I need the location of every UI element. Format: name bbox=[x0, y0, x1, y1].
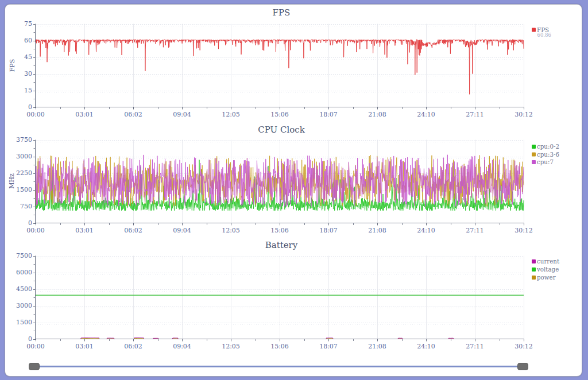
y-tick-label: 3000 bbox=[16, 302, 32, 309]
y-tick-label: 7500 bbox=[16, 252, 32, 259]
legend-layer: currentvoltagepower bbox=[532, 258, 560, 281]
x-tick-label: 09:04 bbox=[173, 343, 191, 350]
axis-layer: 0153045607500:0003:0106:0209:0412:0515:0… bbox=[24, 20, 533, 118]
x-tick-label: 09:04 bbox=[173, 111, 191, 118]
legend-label-current: current bbox=[537, 258, 560, 265]
x-tick-label: 06:02 bbox=[124, 343, 142, 350]
legend-label-cpu:7: cpu:7 bbox=[537, 158, 554, 165]
x-tick-label: 30:12 bbox=[514, 111, 533, 118]
x-tick-label: 24:10 bbox=[417, 343, 435, 350]
x-tick-label: 00:00 bbox=[26, 111, 45, 118]
x-tick-label: 18:07 bbox=[319, 227, 338, 234]
fps-y-axis-name: FPS bbox=[9, 59, 16, 72]
x-tick-label: 21:08 bbox=[368, 111, 386, 118]
legend-swatch-cpu:3-6 bbox=[532, 153, 536, 157]
legend-label-cpu:0-2: cpu:0-2 bbox=[537, 143, 559, 150]
x-tick-label: 18:07 bbox=[319, 343, 338, 350]
legend-swatch-FPS bbox=[532, 28, 536, 32]
grid-layer bbox=[36, 256, 524, 339]
time-range-slider-handle-left[interactable] bbox=[29, 363, 40, 370]
y-tick-label: 3000 bbox=[16, 153, 32, 160]
x-tick-label: 03:01 bbox=[75, 227, 94, 234]
y-tick-label: 0 bbox=[28, 335, 32, 343]
x-tick-label: 15:06 bbox=[270, 343, 289, 350]
performance-report-page: {"page":{"background_color":"#8c94d6","p… bbox=[0, 0, 588, 380]
y-tick-label: 6000 bbox=[16, 269, 32, 276]
y-tick-label: 4500 bbox=[16, 285, 32, 293]
fps-chart: 0153045607500:0003:0106:0209:0412:0515:0… bbox=[9, 7, 551, 118]
y-tick-label: 1500 bbox=[16, 186, 32, 193]
grid-layer bbox=[36, 24, 524, 107]
y-tick-label: 30 bbox=[24, 70, 32, 77]
x-tick-label: 09:04 bbox=[173, 227, 191, 234]
x-tick-label: 12:05 bbox=[222, 227, 240, 234]
y-tick-label: 0 bbox=[28, 219, 32, 227]
y-tick-label: 60 bbox=[24, 37, 32, 44]
legend-swatch-cpu:7 bbox=[532, 160, 536, 164]
x-tick-label: 27:11 bbox=[466, 227, 484, 234]
legend-label-voltage: voltage bbox=[536, 266, 559, 273]
x-tick-label: 27:11 bbox=[466, 111, 484, 118]
x-tick-label: 24:10 bbox=[417, 111, 435, 118]
y-tick-label: 0 bbox=[28, 103, 32, 111]
x-tick-label: 18:07 bbox=[319, 111, 338, 118]
x-tick-label: 27:11 bbox=[466, 343, 484, 350]
x-tick-label: 12:05 bbox=[222, 343, 240, 350]
x-tick-label: 15:06 bbox=[270, 227, 289, 234]
y-tick-label: 15 bbox=[24, 87, 32, 94]
fps-chart-title: FPS bbox=[273, 7, 291, 18]
legend-swatch-voltage bbox=[532, 267, 536, 272]
time-range-slider-handle-right[interactable] bbox=[517, 363, 528, 370]
legend-swatch-power bbox=[532, 276, 536, 280]
x-tick-label: 00:00 bbox=[26, 227, 45, 234]
charts-canvas: 0153045607500:0003:0106:0209:0412:0515:0… bbox=[0, 0, 588, 380]
x-tick-label: 12:05 bbox=[222, 111, 240, 118]
legend-layer: FPS60.86 bbox=[532, 26, 551, 38]
x-tick-label: 30:12 bbox=[514, 227, 533, 234]
legend-swatch-current bbox=[532, 259, 536, 263]
battery-chart: 01500300045006000750000:0003:0106:0209:0… bbox=[16, 240, 560, 351]
x-tick-label: 03:01 bbox=[75, 343, 94, 350]
x-tick-label: 06:02 bbox=[124, 227, 142, 234]
y-tick-label: 1500 bbox=[16, 319, 32, 326]
y-tick-label: 3750 bbox=[16, 136, 32, 144]
cpu-chart-title: CPU Clock bbox=[258, 125, 305, 135]
x-tick-label: 21:08 bbox=[368, 227, 386, 234]
x-tick-label: 00:00 bbox=[26, 343, 45, 350]
legend-layer: cpu:0-2cpu:3-6cpu:7 bbox=[532, 143, 559, 165]
x-tick-label: 21:08 bbox=[368, 343, 386, 350]
y-tick-label: 750 bbox=[20, 203, 32, 210]
x-tick-label: 06:02 bbox=[124, 111, 142, 118]
x-tick-label: 03:01 bbox=[75, 111, 94, 118]
y-tick-label: 75 bbox=[24, 20, 32, 28]
time-range-slider-track[interactable] bbox=[30, 366, 528, 367]
battery-chart-title: Battery bbox=[265, 240, 298, 250]
legend-swatch-cpu:0-2 bbox=[532, 145, 536, 149]
x-tick-label: 30:12 bbox=[514, 343, 533, 350]
legend-label-power: power bbox=[537, 274, 556, 281]
cpu-clock-chart: 0750150022503000375000:0003:0106:0209:04… bbox=[8, 125, 559, 235]
y-tick-label: 2250 bbox=[16, 169, 32, 177]
cpu-y-axis-name: MHz bbox=[8, 173, 16, 189]
x-tick-label: 24:10 bbox=[417, 227, 435, 234]
legend-value-FPS: 60.86 bbox=[537, 32, 551, 38]
legend-label-cpu:3-6: cpu:3-6 bbox=[537, 151, 559, 158]
axis-layer: 01500300045006000750000:0003:0106:0209:0… bbox=[16, 252, 533, 350]
x-tick-label: 15:06 bbox=[270, 111, 289, 118]
y-tick-label: 45 bbox=[24, 53, 32, 61]
